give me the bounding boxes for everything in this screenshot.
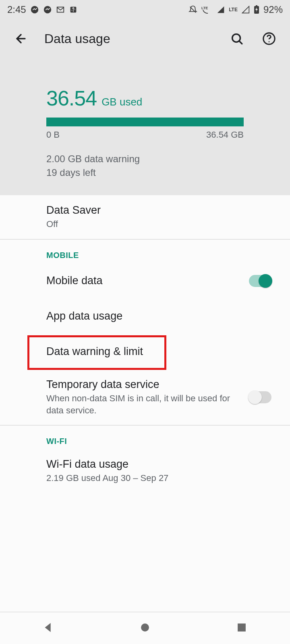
usage-days-left: 19 days left (46, 166, 244, 180)
signal-icon (217, 6, 225, 14)
row-data-warning-limit[interactable]: Data warning & limit (0, 334, 290, 369)
row-wifi-data-usage[interactable]: Wi-Fi data usage 2.19 GB used Aug 30 – S… (0, 449, 290, 493)
row-mobile-data[interactable]: Mobile data (0, 263, 290, 299)
system-nav-bar (0, 612, 290, 644)
svg-rect-6 (256, 5, 257, 6)
row-temporary-data-service[interactable]: Temporary data service When non-data SIM… (0, 369, 290, 425)
mobile-data-title: Mobile data (46, 275, 242, 287)
usage-progress-bar (46, 118, 244, 126)
usage-unit: GB used (102, 96, 142, 108)
row-data-saver[interactable]: Data Saver Off (0, 195, 290, 239)
wifi-usage-sub: 2.19 GB used Aug 30 – Sep 27 (46, 472, 276, 484)
row-app-data-usage[interactable]: App data usage (0, 299, 290, 334)
app-bar: Data usage (0, 19, 290, 58)
section-wifi: WI-FI (0, 425, 290, 449)
mobile-data-toggle[interactable] (249, 275, 271, 287)
data-saver-sub: Off (46, 218, 276, 230)
usage-bar-max: 36.54 GB (206, 130, 244, 140)
svg-point-1 (44, 6, 51, 13)
usage-warning-line: 2.00 GB data warning (46, 152, 244, 166)
help-button[interactable] (260, 30, 278, 47)
svg-text:LTE: LTE (201, 6, 208, 10)
svg-rect-11 (238, 623, 246, 632)
battery-pct: 92% (263, 4, 283, 15)
data-saver-title: Data Saver (46, 204, 276, 217)
temporary-title: Temporary data service (46, 378, 242, 391)
divider (0, 239, 290, 239)
temporary-toggle[interactable] (249, 391, 271, 403)
dnd-icon (188, 5, 197, 14)
lte-text-icon: LTE (229, 7, 238, 12)
temporary-sub: When non-data SIM is in call, it will be… (46, 392, 242, 416)
volte-icon: LTE (201, 5, 213, 14)
data-warning-limit-title: Data warning & limit (46, 345, 276, 358)
usage-bar-min: 0 B (46, 130, 60, 140)
nav-back-button[interactable] (41, 621, 55, 636)
section-mobile: MOBILE (0, 239, 290, 263)
app-data-usage-title: App data usage (46, 310, 276, 322)
svg-point-0 (31, 6, 38, 13)
battery-charging-icon (254, 5, 259, 14)
nav-recent-button[interactable] (235, 621, 249, 636)
messenger-icon (43, 5, 52, 14)
divider (0, 425, 290, 425)
status-bar: 2:45 LTE LTE (0, 0, 290, 19)
signal-empty-icon (242, 6, 250, 14)
svg-point-9 (269, 41, 270, 42)
gmail-icon (56, 5, 65, 14)
page-title: Data usage (44, 31, 213, 46)
status-time: 2:45 (7, 4, 26, 15)
wifi-usage-title: Wi-Fi data usage (46, 458, 276, 471)
nav-home-button[interactable] (138, 621, 152, 636)
svg-point-10 (141, 623, 149, 632)
usage-amount: 36.54 (46, 86, 97, 110)
search-button[interactable] (228, 30, 246, 47)
messenger-icon (30, 5, 39, 14)
usb-icon (69, 5, 78, 14)
back-button[interactable] (12, 30, 30, 47)
usage-summary: 36.54 GB used 0 B 36.54 GB 2.00 GB data … (0, 58, 290, 195)
